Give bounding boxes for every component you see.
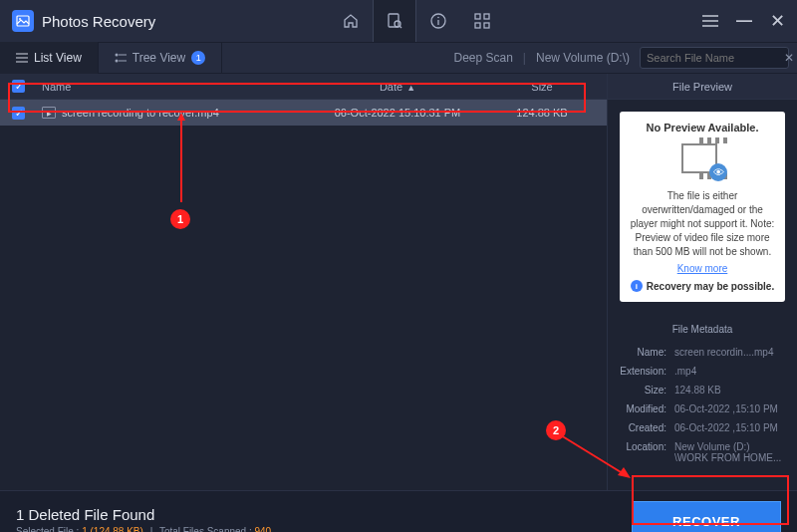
app-icon xyxy=(12,10,34,32)
titlebar: Photos Recovery — ✕ xyxy=(0,0,797,42)
column-header: ✓ Name Date▲ Size xyxy=(0,74,607,100)
menu-icon[interactable] xyxy=(702,15,718,27)
volume-label: New Volume (D:\) xyxy=(536,51,630,65)
footer-info: 1 Deleted File Found Selected File : 1 (… xyxy=(16,506,632,532)
search-input[interactable] xyxy=(647,52,784,64)
home-icon[interactable] xyxy=(329,0,373,42)
deleted-count-title: 1 Deleted File Found xyxy=(16,506,632,523)
row-checkbox[interactable]: ✓ xyxy=(12,107,25,120)
toolbar-icons xyxy=(329,0,504,42)
app-title: Photos Recovery xyxy=(42,13,155,30)
metadata-header: File Metadata xyxy=(620,314,785,343)
app-logo: Photos Recovery xyxy=(12,10,155,32)
tree-view-label: Tree View xyxy=(133,51,185,65)
svg-rect-0 xyxy=(17,16,29,26)
file-date: 06-Oct-2022 15:10:31 PM xyxy=(318,107,477,119)
file-list-panel: ✓ Name Date▲ Size ✓ ▶ screen recording t… xyxy=(0,74,608,490)
column-size[interactable]: Size xyxy=(477,81,607,93)
no-preview-title: No Preview Available. xyxy=(630,122,775,133)
meta-size: Size:124.88 KB xyxy=(620,381,785,399)
eye-slash-icon: 👁 xyxy=(709,163,727,181)
tab-list-view[interactable]: List View xyxy=(0,42,99,74)
select-all-checkbox[interactable]: ✓ xyxy=(12,80,25,93)
svg-line-4 xyxy=(399,26,401,28)
preview-description: The file is either overwritten/damaged o… xyxy=(630,189,775,259)
column-name[interactable]: Name xyxy=(36,81,318,93)
svg-point-18 xyxy=(115,54,118,57)
subbar-right: Deep Scan | New Volume (D:\) ✕ xyxy=(453,47,797,69)
column-date[interactable]: Date▲ xyxy=(318,81,477,93)
side-panel: File Preview No Preview Available. 👁 The… xyxy=(608,74,797,490)
svg-rect-9 xyxy=(484,14,489,19)
svg-point-6 xyxy=(437,17,439,19)
search-clear-icon[interactable]: ✕ xyxy=(784,51,794,65)
svg-rect-10 xyxy=(475,23,480,28)
footer-stats: Selected File : 1 (124.88 KB) | Total Fi… xyxy=(16,526,632,532)
meta-extension: Extension:.mp4 xyxy=(620,362,785,381)
close-button[interactable]: ✕ xyxy=(770,10,785,32)
list-view-label: List View xyxy=(34,51,82,65)
view-tabs: List View Tree View 1 xyxy=(0,42,222,74)
tree-icon xyxy=(115,53,127,63)
window-controls: — ✕ xyxy=(702,10,785,32)
info-icon[interactable] xyxy=(416,0,460,42)
metadata-section: File Metadata Name:screen recordin....mp… xyxy=(608,314,797,467)
divider: | xyxy=(523,51,526,65)
know-more-link[interactable]: Know more xyxy=(630,263,775,274)
minimize-button[interactable]: — xyxy=(736,12,752,30)
deep-scan-link[interactable]: Deep Scan xyxy=(453,51,512,65)
file-name: screen recording to recover.mp4 xyxy=(62,107,219,119)
info-circle-icon: i xyxy=(631,280,643,292)
view-toolbar: List View Tree View 1 Deep Scan | New Vo… xyxy=(0,42,797,74)
video-file-icon: ▶ xyxy=(42,107,56,119)
content-area: ✓ Name Date▲ Size ✓ ▶ screen recording t… xyxy=(0,74,797,490)
grid-icon[interactable] xyxy=(460,0,504,42)
file-row[interactable]: ✓ ▶ screen recording to recover.mp4 06-O… xyxy=(0,100,607,126)
svg-point-19 xyxy=(115,60,118,63)
preview-box: No Preview Available. 👁 The file is eith… xyxy=(620,112,785,302)
search-box[interactable]: ✕ xyxy=(640,47,789,69)
tree-view-badge: 1 xyxy=(191,51,205,65)
scan-icon[interactable] xyxy=(373,0,416,42)
film-icon: 👁 xyxy=(677,141,727,181)
header-checkbox-cell: ✓ xyxy=(12,80,36,93)
meta-location: Location:New Volume (D:) \WORK FROM HOME… xyxy=(620,437,785,467)
tab-tree-view[interactable]: Tree View 1 xyxy=(99,42,222,74)
recovery-possible: i Recovery may be possible. xyxy=(630,280,775,292)
svg-rect-8 xyxy=(475,14,480,19)
sort-arrow-icon: ▲ xyxy=(406,83,415,93)
meta-name: Name:screen recordin....mp4 xyxy=(620,343,785,362)
svg-rect-11 xyxy=(484,23,489,28)
recover-button[interactable]: RECOVER xyxy=(632,501,781,533)
preview-header: File Preview xyxy=(608,74,797,100)
meta-created: Created:06-Oct-2022 ,15:10 PM xyxy=(620,418,785,437)
meta-modified: Modified:06-Oct-2022 ,15:10 PM xyxy=(620,399,785,418)
footer: 1 Deleted File Found Selected File : 1 (… xyxy=(0,490,797,532)
file-size: 124.88 KB xyxy=(477,107,607,119)
list-icon xyxy=(16,53,28,63)
